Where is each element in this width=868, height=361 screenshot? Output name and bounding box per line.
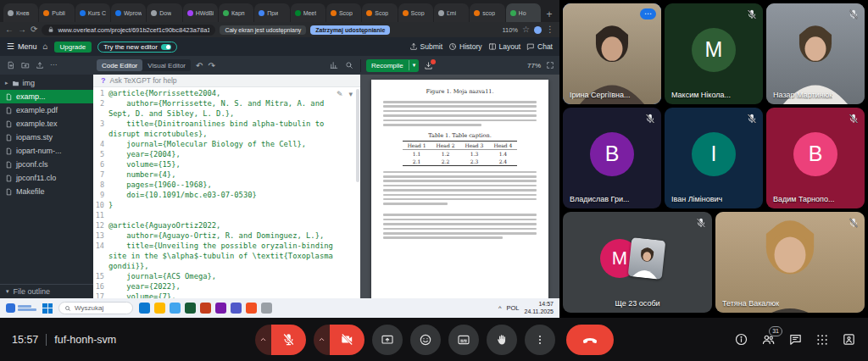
new-file-icon[interactable] xyxy=(7,61,15,69)
code-line[interactable]: 5 year={2004}, xyxy=(93,149,360,159)
toggle-switch[interactable] xyxy=(161,44,171,50)
emoji-button[interactable] xyxy=(410,325,441,355)
taskbar-app-icon[interactable] xyxy=(154,303,165,314)
language-indicator[interactable]: POL xyxy=(506,304,519,312)
more-vertical-button[interactable] xyxy=(525,325,555,355)
code-line[interactable]: 15 journal={ACS Omega}, xyxy=(93,271,360,281)
home-icon[interactable]: ⌂ xyxy=(42,42,47,51)
fullscreen-icon[interactable] xyxy=(546,61,554,69)
browser-profile-avatar[interactable] xyxy=(534,26,542,34)
chat-button[interactable]: Chat xyxy=(526,42,553,51)
browser-tab[interactable]: Publi xyxy=(39,3,74,22)
taskbar-app-icon[interactable] xyxy=(185,303,196,314)
new-folder-icon[interactable] xyxy=(21,61,30,69)
file-tree-item[interactable]: Makefile xyxy=(0,185,93,198)
camera-off-button[interactable] xyxy=(330,325,364,355)
browser-tab[interactable]: Ho xyxy=(506,3,541,22)
code-line[interactable]: 12@article{AguayoOrtiz2022, xyxy=(93,220,360,230)
refresh-icon[interactable]: ⟳ xyxy=(31,25,37,34)
hidden-icons-chevron[interactable]: ^ xyxy=(498,304,502,312)
browser-tab[interactable]: Scop xyxy=(326,3,361,22)
raise-hand-button[interactable] xyxy=(487,325,517,355)
file-tree-item[interactable]: ▸img xyxy=(0,76,93,90)
taskbar-widget[interactable] xyxy=(6,303,36,313)
taskbar-app-icon[interactable] xyxy=(246,303,257,314)
participant-tile[interactable]: Тетяна Вакалюк xyxy=(715,212,865,313)
taskbar-search[interactable]: Wyszukaj xyxy=(58,302,133,314)
browser-tab[interactable]: Ľmi xyxy=(434,3,469,22)
file-outline-toggle[interactable]: ▾ File outline xyxy=(0,284,93,298)
back-icon[interactable]: ← xyxy=(5,25,14,34)
taskbar-app-icon[interactable] xyxy=(139,303,150,314)
undo-icon[interactable]: ↶ xyxy=(196,61,203,70)
code-line[interactable]: 14 title={Unveiling the possible oryzali… xyxy=(93,241,360,271)
browser-tab[interactable]: HWdBiT xyxy=(183,3,218,22)
participant-tile[interactable]: Назар Мартинюк xyxy=(766,3,865,104)
windows-start-button[interactable] xyxy=(42,303,53,314)
file-tree-item[interactable]: examp... xyxy=(0,90,93,103)
participant-tile[interactable]: ВВадим Тарнопо... xyxy=(766,108,865,208)
present-screen-button[interactable] xyxy=(372,325,403,355)
recompile-button[interactable]: Recompile ▾ xyxy=(366,59,419,72)
code-line[interactable]: 9 doi={10.1091/mbc.e03-07-0530} xyxy=(93,190,360,200)
file-tree-item[interactable]: example.tex xyxy=(0,117,93,131)
chat-button[interactable] xyxy=(788,332,803,347)
file-tree-item[interactable]: iopart-num-... xyxy=(0,144,93,158)
collapse-chevron-icon[interactable]: ▾ xyxy=(348,90,353,98)
browser-tab[interactable]: Meet xyxy=(291,3,326,22)
file-tree-item[interactable]: jpconf11.clo xyxy=(0,171,93,185)
visual-editor-tab[interactable]: Visual Editor xyxy=(142,59,191,71)
stop-sharing-button[interactable]: Zatrzymaj udostępnianie xyxy=(310,25,390,35)
pencil-icon[interactable]: ✎ xyxy=(337,90,343,98)
texgpt-input[interactable]: ? Ask TeXGPT for help xyxy=(93,75,360,87)
browser-tab[interactable]: Wprow xyxy=(111,3,146,22)
browser-tab[interactable]: Dow xyxy=(147,3,181,22)
code-line[interactable]: 7 number={4}, xyxy=(93,169,360,180)
code-line[interactable]: 13 author={Aguayo-Ortiz, R. and Domingue… xyxy=(93,230,360,241)
mic-off-button[interactable] xyxy=(271,325,306,355)
bookmark-star-icon[interactable]: ☆ xyxy=(522,25,530,34)
code-line[interactable]: 2 author={Morrissette, N. S. and Mitra, … xyxy=(93,98,360,119)
file-tree-item[interactable]: iopams.sty xyxy=(0,131,93,144)
layout-button[interactable]: Layout xyxy=(488,42,521,51)
browser-tab[interactable]: Карп xyxy=(219,3,253,22)
more-horizontal-icon[interactable]: ⋯ xyxy=(50,62,57,69)
browser-tab[interactable]: Кнев xyxy=(3,3,38,22)
download-pdf-button[interactable] xyxy=(424,61,433,70)
code-line[interactable]: 1@article{Morrissette2004, xyxy=(93,88,360,98)
chevron-up-icon[interactable] xyxy=(255,325,271,355)
code-line[interactable]: 11 xyxy=(93,210,360,220)
try-new-editor-button[interactable]: Try the new editor xyxy=(97,42,177,53)
taskbar-app-icon[interactable] xyxy=(215,303,226,314)
code-line[interactable]: 16 year={2022}, xyxy=(93,281,360,292)
code-line[interactable]: 4 journal={Molecular Biology of the Cell… xyxy=(93,139,360,149)
code-line[interactable]: 6 volume={15}, xyxy=(93,159,360,169)
taskbar-clock[interactable]: 14:57 24.11.2025 xyxy=(524,301,554,316)
menu-button[interactable]: ☰ Menu xyxy=(7,42,36,51)
file-tree-item[interactable]: example.pdf xyxy=(0,103,93,117)
participant-tile[interactable]: МЩе 23 особи xyxy=(563,212,712,313)
taskbar-app-icon[interactable] xyxy=(200,303,211,314)
browser-tab[interactable]: scop xyxy=(470,3,504,22)
participant-tile[interactable]: ІІван Лімінович xyxy=(665,108,763,208)
code-editor-tab[interactable]: Code Editor xyxy=(97,59,142,71)
search-icon[interactable] xyxy=(345,61,353,69)
browser-tab[interactable]: Kurs Cy xyxy=(75,3,110,22)
taskbar-app-icon[interactable] xyxy=(261,303,272,314)
browser-tab[interactable]: Scop xyxy=(362,3,397,22)
browser-tab[interactable]: Scop xyxy=(398,3,433,22)
taskbar-app-icon[interactable] xyxy=(170,303,181,314)
participant-tile[interactable]: ММаксим Нікола... xyxy=(665,3,763,104)
submit-button[interactable]: Submit xyxy=(409,42,442,51)
upload-file-icon[interactable] xyxy=(36,61,44,69)
stats-icon[interactable] xyxy=(330,61,338,69)
tile-options-button[interactable]: ⋯ xyxy=(640,8,656,19)
file-tree-item[interactable]: jpconf.cls xyxy=(0,158,93,171)
code-editor-panel[interactable]: ? Ask TeXGPT for help 1@article{Morrisse… xyxy=(93,75,360,298)
new-tab-button[interactable]: + xyxy=(542,7,557,22)
taskbar-app-icon[interactable] xyxy=(231,303,242,314)
end-call-button[interactable] xyxy=(566,325,614,355)
people-button[interactable]: 31 xyxy=(761,332,776,347)
browser-menu-icon[interactable]: ⋮ xyxy=(546,25,554,34)
editor-scrollbar[interactable] xyxy=(356,89,359,182)
